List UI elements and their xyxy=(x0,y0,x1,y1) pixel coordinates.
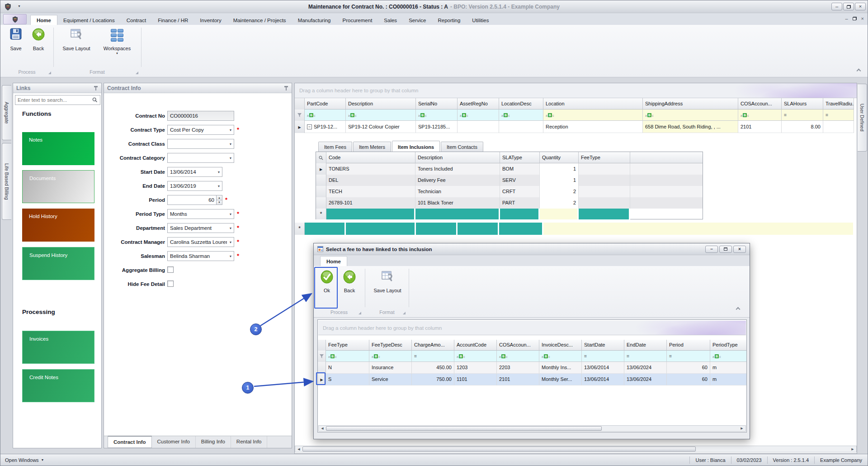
new-cell[interactable] xyxy=(305,223,346,235)
tab-home[interactable]: Home xyxy=(30,15,57,25)
tab-finance-hr[interactable]: Finance / HR xyxy=(152,15,194,25)
column-header[interactable]: FeeTypeDesc xyxy=(369,340,412,351)
search-input[interactable] xyxy=(18,97,92,103)
filter-cell[interactable]: aBc xyxy=(499,109,543,121)
slatype-cell[interactable]: CRFT xyxy=(500,186,540,197)
new-description-cell[interactable] xyxy=(415,209,500,219)
filter-cell[interactable]: = xyxy=(782,109,823,121)
notes-button[interactable]: Notes xyxy=(22,132,94,165)
scroll-right-icon[interactable]: ▶ xyxy=(738,426,745,431)
side-tab-life-based-billing[interactable]: Life Based Billing xyxy=(2,143,11,220)
dialog-close-button[interactable]: × xyxy=(733,246,746,253)
dialog-back-button[interactable]: Back xyxy=(337,270,362,293)
contract-type-select[interactable]: Cost Per Copy▼ xyxy=(167,125,234,135)
periodtype-cell[interactable]: m xyxy=(710,374,746,385)
save-layout-button[interactable]: Save Layout xyxy=(60,28,93,51)
invoicedesc-cell[interactable]: Monthly Ins... xyxy=(539,362,582,374)
new-slatype-cell[interactable] xyxy=(500,209,540,219)
quantity-cell[interactable]: 1 xyxy=(540,163,579,175)
filter-icon[interactable] xyxy=(318,351,326,362)
column-header[interactable]: ShippingAddress xyxy=(643,98,738,109)
accountcode-cell[interactable]: 1101 xyxy=(454,374,497,385)
filter-icon[interactable] xyxy=(295,109,305,121)
quantity-cell[interactable]: 1 xyxy=(540,175,579,186)
horizontal-scrollbar[interactable]: ◀ ▶ xyxy=(295,446,857,452)
location-cell[interactable]: Reception xyxy=(543,121,643,133)
period-cell[interactable]: 60 xyxy=(667,362,710,374)
filter-cell[interactable]: aBc xyxy=(539,351,582,362)
invoices-button[interactable]: Invoices xyxy=(22,331,94,364)
code-cell[interactable]: 26789-101 xyxy=(326,197,415,209)
column-header[interactable]: FeeType xyxy=(579,152,630,163)
fee-row-service[interactable]: ▶ S Service 750.00 1101 2101 Monthly Ser… xyxy=(318,374,746,385)
description-cell[interactable]: Delivery Fee xyxy=(415,175,500,186)
filter-cell[interactable]: aBc xyxy=(710,351,746,362)
description-cell[interactable]: SP19-12 Colour Copier xyxy=(346,121,416,133)
filter-cell[interactable]: aBc xyxy=(738,109,782,121)
new-feetype-cell[interactable] xyxy=(579,209,630,219)
dialog-launcher-icon[interactable] xyxy=(136,71,138,74)
tab-contract-info[interactable]: Contract Info xyxy=(108,436,152,448)
dialog-minimize-button[interactable]: – xyxy=(705,246,718,253)
enddate-cell[interactable]: 13/06/2024 xyxy=(624,362,667,374)
equipment-new-row[interactable]: * xyxy=(295,223,853,235)
slatype-cell[interactable]: BOM xyxy=(500,163,540,175)
hold-history-button[interactable]: Hold History xyxy=(22,209,94,242)
filter-cell[interactable]: aBc xyxy=(369,351,412,362)
documents-button[interactable]: Documents xyxy=(22,170,94,203)
column-header[interactable]: Quantity xyxy=(540,152,579,163)
locationdesc-cell[interactable] xyxy=(499,121,543,133)
startdate-cell[interactable]: 13/06/2014 xyxy=(582,362,624,374)
period-cell[interactable]: 60 xyxy=(667,374,710,385)
partcode-cell[interactable]: −SP19-12... xyxy=(305,121,346,133)
tab-item-inclusions[interactable]: Item Inclusions xyxy=(392,141,440,152)
tab-inventory[interactable]: Inventory xyxy=(194,15,227,25)
travelradius-cell[interactable] xyxy=(823,121,854,133)
aggregate-billing-checkbox[interactable] xyxy=(167,266,174,273)
feetypedesc-cell[interactable]: Service xyxy=(369,374,412,385)
application-menu-button[interactable] xyxy=(3,14,27,24)
filter-cell[interactable]: = xyxy=(412,351,454,362)
new-quantity-cell[interactable] xyxy=(540,209,579,219)
column-header[interactable]: PartCode xyxy=(305,98,346,109)
tab-rental-info[interactable]: Rental Info xyxy=(231,436,268,448)
filter-cell[interactable]: = xyxy=(624,351,667,362)
column-header[interactable]: SLAHours xyxy=(782,98,823,109)
hide-fee-detail-checkbox[interactable] xyxy=(167,281,174,287)
salesman-select[interactable]: Belinda Sharman▼ xyxy=(167,251,234,261)
code-cell[interactable]: TONERS xyxy=(326,163,415,175)
startdate-cell[interactable]: 13/06/2014 xyxy=(582,374,624,385)
code-cell[interactable]: TECH xyxy=(326,186,415,197)
filter-cell[interactable]: aBc xyxy=(543,109,643,121)
column-header[interactable]: Period xyxy=(667,340,710,351)
tab-service[interactable]: Service xyxy=(403,15,432,25)
filter-cell[interactable]: aBc xyxy=(458,109,499,121)
filter-cell[interactable]: aBc xyxy=(346,109,416,121)
column-header[interactable]: COSAccoun... xyxy=(497,340,539,351)
feetype-cell[interactable] xyxy=(579,163,630,175)
filter-cell[interactable]: = xyxy=(582,351,624,362)
workspaces-dropdown-icon[interactable]: ▼ xyxy=(101,52,133,55)
inclusion-row[interactable]: ▶ TONERS Toners Included BOM 1 xyxy=(316,163,703,175)
dialog-launcher-icon[interactable] xyxy=(359,312,361,314)
scroll-left-icon[interactable]: ◀ xyxy=(319,426,326,431)
credit-notes-button[interactable]: Credit Notes xyxy=(22,369,94,402)
dialog-group-by-panel[interactable]: Drag a column header here to group by th… xyxy=(318,321,746,335)
tab-manufacturing[interactable]: Manufacturing xyxy=(292,15,337,25)
description-cell[interactable]: 101 Black Toner xyxy=(415,197,500,209)
description-cell[interactable]: Toners Included xyxy=(415,163,500,175)
workspaces-button[interactable]: Workspaces ▼ xyxy=(101,28,133,55)
back-button[interactable]: Back xyxy=(24,28,53,51)
column-header[interactable]: InvoiceDesc... xyxy=(539,340,582,351)
feetype-cell[interactable] xyxy=(579,175,630,186)
search-icon[interactable] xyxy=(316,152,326,163)
feetype-cell[interactable]: N xyxy=(326,362,369,374)
new-code-cell[interactable] xyxy=(326,209,415,219)
ribbon-close-icon[interactable]: × xyxy=(861,16,864,21)
feetype-cell[interactable]: S xyxy=(326,374,369,385)
code-cell[interactable]: DEL xyxy=(326,175,415,186)
start-date-picker[interactable]: 13/06/2014▼ xyxy=(167,167,222,177)
chargeamount-cell[interactable]: 750.00 xyxy=(412,374,454,385)
column-header[interactable]: AssetRegNo xyxy=(458,98,499,109)
period-stepper[interactable]: 60 ▲▼ xyxy=(167,195,222,205)
